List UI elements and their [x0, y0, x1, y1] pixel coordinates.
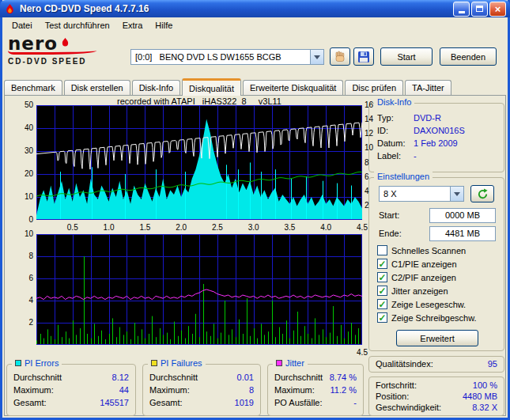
- checkbox-zeige-lesegeschw[interactable]: ✓ Zeige Lesegeschw.: [377, 299, 466, 309]
- checkbox-box[interactable]: ✓: [377, 299, 387, 309]
- refresh-button[interactable]: [470, 185, 494, 202]
- pif-avg-value: 0.01: [237, 373, 254, 382]
- axis-tick-label: 4.5: [353, 348, 372, 357]
- disk-type-value: DVD-R: [414, 113, 441, 123]
- axis-tick-label: 4.0: [316, 223, 335, 232]
- disk-info-group: Disk-Info Typ: DVD-R ID: DAXON016S Datum…: [368, 103, 504, 172]
- axis-tick-label: 8: [14, 252, 33, 260]
- checkbox-zeige-schreibgeschw[interactable]: ✓ Zeige Schreibgeschw.: [377, 312, 477, 323]
- tab-erweiterte-diskqualitaet[interactable]: Erweiterte Diskqualität: [243, 80, 343, 95]
- po-failures-label: PO Ausfälle:: [274, 398, 323, 407]
- pi-errors-title: PI Errors: [25, 358, 59, 368]
- jitter-group-title: Jitter: [273, 358, 308, 368]
- tab-disk-erstellen[interactable]: Disk erstellen: [64, 80, 130, 95]
- scan-end-field[interactable]: 4481 MB: [429, 226, 496, 241]
- disk-id-value: DAXON016S: [414, 126, 465, 135]
- tab-disk-info[interactable]: Disk-Info: [132, 80, 180, 95]
- axis-tick-label: 10: [365, 143, 380, 152]
- floppy-save-icon: [357, 51, 370, 63]
- menu-hilfe[interactable]: Hilfe: [149, 19, 179, 32]
- jitter-max-value: 11.2 %: [331, 385, 357, 395]
- axis-tick-label: 4: [14, 296, 33, 305]
- tab-disc-pruefen[interactable]: Disc prüfen: [345, 80, 403, 95]
- speed-select[interactable]: 8 X: [379, 186, 464, 202]
- checkbox-label: Jitter anzeigen: [391, 286, 448, 296]
- axis-tick-label: 6: [14, 274, 33, 282]
- checkbox-c2-pif-anzeigen[interactable]: ✓ C2/PIF anzeigen: [377, 272, 456, 282]
- checkbox-schnelles-scannen[interactable]: Schnelles Scannen: [377, 245, 466, 255]
- menu-test-durchfuehren[interactable]: Test durchführen: [39, 19, 116, 32]
- axis-tick-label: 0.5: [63, 223, 82, 232]
- checkbox-jitter-anzeigen[interactable]: ✓ Jitter anzeigen: [377, 286, 448, 296]
- close-button[interactable]: ×: [489, 2, 506, 17]
- tab-diskqualitaet[interactable]: Diskqualität: [182, 78, 241, 96]
- quit-button[interactable]: Beenden: [440, 47, 497, 66]
- axis-tick-label: 50: [14, 100, 33, 109]
- pif-color-swatch: [151, 360, 157, 366]
- scan-end-label: Ende:: [379, 229, 402, 238]
- pie-max-label: Maximum:: [13, 385, 54, 395]
- menu-datei[interactable]: Datei: [6, 19, 39, 32]
- drive-select[interactable]: [0:0] BENQ DVD LS DW1655 BCGB: [130, 49, 324, 65]
- axis-tick-label: 3.0: [244, 223, 263, 232]
- product-name: CD-DVD SPEED: [8, 57, 87, 66]
- axis-tick-label: 12: [365, 129, 380, 138]
- checkbox-box[interactable]: [377, 245, 387, 255]
- axis-tick-label: 2: [365, 201, 380, 210]
- axis-tick-label: 16: [365, 100, 380, 109]
- checkbox-box[interactable]: ✓: [377, 259, 387, 269]
- pif-jitter-chart: [36, 234, 362, 345]
- pi-failures-title: PI Failures: [161, 358, 202, 368]
- axis-tick-label: 1.5: [135, 223, 154, 232]
- tab-benchmark[interactable]: Benchmark: [4, 80, 62, 95]
- axis-tick-label: 8: [365, 158, 380, 167]
- axis-tick-label: 2.5: [208, 223, 227, 232]
- quit-button-label: Beenden: [451, 52, 485, 62]
- minimize-button[interactable]: [453, 2, 470, 17]
- app-flame-icon: [4, 3, 16, 15]
- menu-bar: Datei Test durchführen Extra Hilfe: [2, 17, 508, 33]
- speed-select-arrow[interactable]: [450, 187, 463, 201]
- save-button[interactable]: [353, 47, 374, 66]
- pie-total-value: 145517: [100, 398, 129, 407]
- start-button[interactable]: Start: [380, 47, 433, 66]
- menu-extra[interactable]: Extra: [116, 19, 149, 32]
- progress-group: Fortschritt: 100 % Position: 4480 MB Ges…: [368, 376, 504, 416]
- tab-ta-jitter[interactable]: TA-Jitter: [405, 80, 451, 95]
- pie-color-swatch: [15, 360, 21, 366]
- axis-tick-label: 20: [14, 169, 33, 178]
- pif-avg-label: Durchschnitt: [149, 373, 198, 382]
- advanced-button[interactable]: Erweitert: [396, 330, 478, 346]
- refresh-icon: [477, 188, 489, 200]
- maximize-button[interactable]: [471, 2, 488, 17]
- pie-errors-chart: [36, 105, 362, 220]
- jitter-color-swatch: [276, 360, 282, 366]
- chevron-down-icon: [454, 192, 460, 196]
- settings-group: Einstellungen 8 X Start: 0000 MB Ende: 4…: [368, 177, 504, 351]
- checkbox-box[interactable]: ✓: [377, 312, 387, 323]
- progress-value: 100 %: [473, 380, 497, 390]
- checkbox-c1-pie-anzeigen[interactable]: ✓ C1/PIE anzeigen: [377, 259, 457, 269]
- settings-title: Einstellungen: [374, 172, 433, 181]
- axis-tick-label: 10: [14, 192, 33, 201]
- quality-index-group: Qualitätsindex: 95: [368, 356, 504, 373]
- axis-tick-label: 3.5: [280, 223, 299, 232]
- hand-icon: [334, 51, 346, 63]
- jitter-max-label: Maximum:: [274, 385, 315, 395]
- axis-tick-label: 14: [365, 115, 380, 123]
- pie-avg-label: Durchschnitt: [13, 373, 62, 382]
- nero-flame-icon: [60, 36, 70, 48]
- scan-start-field[interactable]: 0000 MB: [429, 208, 496, 223]
- checkbox-label: Schnelles Scannen: [391, 246, 466, 255]
- axis-tick-label: 6: [365, 172, 380, 181]
- checkbox-box[interactable]: ✓: [377, 286, 387, 296]
- pi-errors-group: PI Errors Durchschnitt 8.12 Maximum: 44 …: [6, 364, 136, 416]
- app-window: Nero CD-DVD Speed 4.7.7.16 × Datei Test …: [0, 0, 510, 420]
- checkbox-box[interactable]: ✓: [377, 272, 387, 282]
- jitter-avg-label: Durchschnitt: [274, 373, 323, 382]
- eject-hand-button[interactable]: [330, 47, 350, 66]
- nero-brand-text: nero: [8, 35, 58, 52]
- drive-select-arrow[interactable]: [310, 50, 323, 64]
- advanced-button-label: Erweitert: [420, 334, 454, 343]
- jitter-group: Jitter Durchschnitt 8.74 % Maximum: 11.2…: [267, 364, 364, 416]
